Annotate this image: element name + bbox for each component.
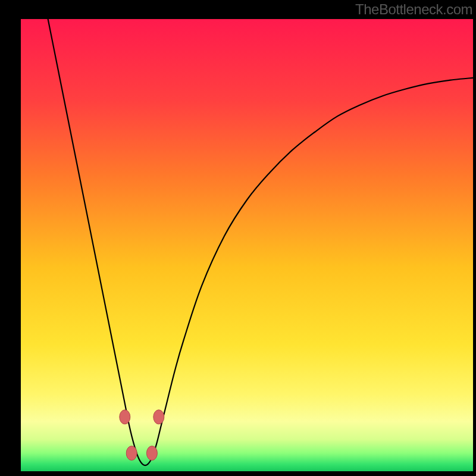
marker-dot [126,446,137,461]
watermark-text: TheBottleneck.com [355,1,472,17]
watermark: TheBottleneck.com [355,1,472,18]
gradient-background [21,19,473,471]
marker-dot [146,446,157,461]
marker-dot [120,410,130,424]
bottleneck-curve-chart [21,19,473,471]
marker-dot [154,410,164,424]
chart-container: TheBottleneck.com [0,0,476,476]
plot-area [21,19,473,471]
